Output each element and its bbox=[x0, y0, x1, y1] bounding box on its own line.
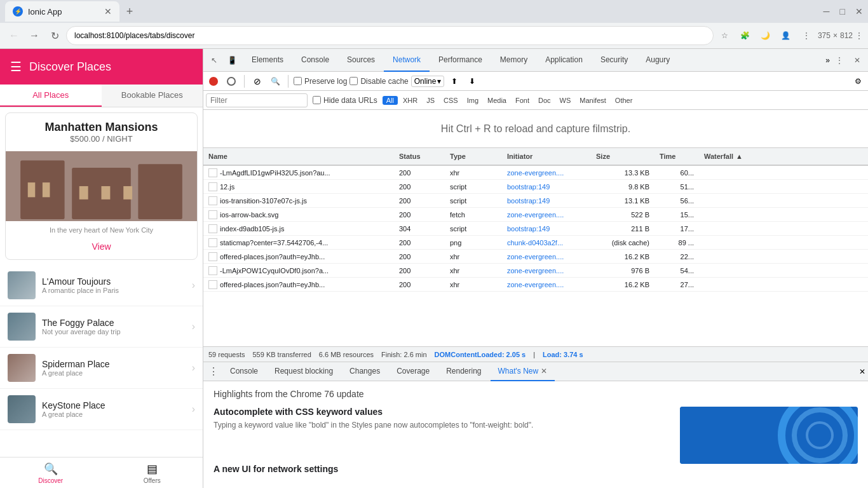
preserve-log-label[interactable]: Preserve log bbox=[294, 77, 347, 86]
filter-btn-js[interactable]: JS bbox=[423, 96, 438, 105]
row-checkbox[interactable] bbox=[208, 252, 217, 261]
forward-button[interactable]: → bbox=[25, 27, 43, 44]
filter-btn-font[interactable]: Font bbox=[512, 96, 533, 105]
col-header-size[interactable]: Size bbox=[591, 152, 654, 160]
table-row[interactable]: ios-transition-3107e07c-js.js 200 script… bbox=[203, 194, 868, 208]
download-icon-btn[interactable]: ⬇ bbox=[465, 74, 480, 89]
tab-whats-new[interactable]: What's New ✕ bbox=[491, 362, 555, 381]
back-button[interactable]: ← bbox=[5, 27, 23, 44]
tab-console-bottom[interactable]: Console bbox=[222, 362, 266, 381]
hamburger-menu[interactable]: ☰ bbox=[10, 59, 22, 74]
hide-data-urls-checkbox[interactable] bbox=[313, 96, 321, 104]
tab-elements[interactable]: Elements bbox=[243, 49, 292, 72]
list-item[interactable]: L'Amour Toujours A romantic place in Par… bbox=[0, 265, 203, 306]
search-icon-btn[interactable]: 🔍 bbox=[268, 74, 283, 89]
tab-close-btn[interactable]: ✕ bbox=[104, 6, 112, 17]
bottom-panel-close-btn[interactable]: ✕ bbox=[859, 367, 865, 376]
more-tabs-btn[interactable]: » bbox=[825, 56, 830, 65]
table-row[interactable]: -LmAjxPOW1CyquIOvDf0.json?a... 200 xhr z… bbox=[203, 264, 868, 278]
filter-btn-manifest[interactable]: Manifest bbox=[576, 96, 610, 105]
close-whats-new-tab[interactable]: ✕ bbox=[541, 367, 547, 376]
cursor-icon[interactable]: ↖ bbox=[206, 52, 222, 69]
active-tab[interactable]: ⚡ Ionic App ✕ bbox=[5, 1, 119, 22]
row-checkbox[interactable] bbox=[208, 168, 217, 177]
profile-icon[interactable]: 👤 bbox=[777, 27, 795, 44]
hide-data-urls-label[interactable]: Hide data URLs bbox=[313, 96, 377, 105]
disable-cache-label[interactable]: Disable cache bbox=[349, 77, 408, 86]
tab-console[interactable]: Console bbox=[292, 49, 338, 72]
new-tab-button[interactable]: + bbox=[122, 4, 137, 19]
filter-btn-ws[interactable]: WS bbox=[556, 96, 575, 105]
tab-rendering[interactable]: Rendering bbox=[438, 362, 489, 381]
row-checkbox[interactable] bbox=[208, 280, 217, 289]
filter-btn-img[interactable]: Img bbox=[463, 96, 482, 105]
col-header-status[interactable]: Status bbox=[394, 152, 445, 160]
tab-request-blocking[interactable]: Request blocking bbox=[267, 362, 341, 381]
preserve-log-checkbox[interactable] bbox=[294, 77, 302, 85]
menu-icon[interactable]: ⋮ bbox=[797, 27, 815, 44]
filter-icon-btn[interactable]: ⊘ bbox=[250, 74, 265, 89]
extensions-icon[interactable]: 🧩 bbox=[736, 27, 754, 44]
list-item[interactable]: KeyStone Place A great place › bbox=[0, 389, 203, 430]
reload-button[interactable]: ↻ bbox=[46, 27, 64, 44]
col-header-initiator[interactable]: Initiator bbox=[502, 152, 591, 160]
row-checkbox[interactable] bbox=[208, 224, 217, 233]
list-item[interactable]: The Foggy Palace Not your average day tr… bbox=[0, 306, 203, 348]
tab-memory[interactable]: Memory bbox=[491, 49, 536, 72]
filter-input[interactable] bbox=[206, 93, 308, 107]
night-mode-icon[interactable]: 🌙 bbox=[757, 27, 775, 44]
nav-discover[interactable]: 🔍 Discover bbox=[0, 458, 102, 488]
bookmark-icon[interactable]: ☆ bbox=[716, 27, 734, 44]
tab-performance[interactable]: Performance bbox=[430, 49, 491, 72]
row-checkbox[interactable] bbox=[208, 266, 217, 275]
col-header-waterfall[interactable]: Waterfall ▲ bbox=[699, 152, 868, 160]
devtools-close-icon[interactable]: ✕ bbox=[849, 52, 865, 69]
url-bar[interactable]: localhost:8100/places/tabs/discover bbox=[66, 26, 714, 45]
table-row[interactable]: staticmap?center=37.5442706,-4... 200 pn… bbox=[203, 236, 868, 250]
col-header-type[interactable]: Type bbox=[445, 152, 502, 160]
filter-btn-all[interactable]: All bbox=[383, 96, 398, 105]
filter-btn-css[interactable]: CSS bbox=[440, 96, 462, 105]
tab-sources[interactable]: Sources bbox=[338, 49, 384, 72]
disable-cache-checkbox[interactable] bbox=[349, 77, 358, 85]
record-button[interactable] bbox=[206, 74, 221, 89]
tab-all-places[interactable]: All Places bbox=[0, 85, 102, 107]
table-row[interactable]: offered-places.json?auth=eyJhb... 200 xh… bbox=[203, 250, 868, 264]
table-row[interactable]: ios-arrow-back.svg 200 fetch zone-evergr… bbox=[203, 208, 868, 222]
row-checkbox[interactable] bbox=[208, 210, 217, 219]
filter-btn-media[interactable]: Media bbox=[484, 96, 510, 105]
row-checkbox[interactable] bbox=[208, 182, 217, 191]
tab-network[interactable]: Network bbox=[384, 49, 430, 72]
table-row[interactable]: offered-places.json?auth=eyJhb... 200 xh… bbox=[203, 278, 868, 292]
view-button[interactable]: View bbox=[92, 241, 111, 252]
filter-btn-other[interactable]: Other bbox=[611, 96, 637, 105]
col-header-time[interactable]: Time bbox=[654, 152, 699, 160]
upload-icon-btn[interactable]: ⬆ bbox=[447, 74, 462, 89]
maximize-button[interactable]: □ bbox=[840, 6, 845, 17]
col-header-name[interactable]: Name bbox=[203, 152, 394, 160]
list-item[interactable]: Spiderman Place A great place › bbox=[0, 348, 203, 389]
close-button[interactable]: ✕ bbox=[855, 6, 863, 17]
device-icon[interactable]: 📱 bbox=[224, 52, 240, 69]
bottom-more-icon[interactable]: ⋮ bbox=[206, 364, 221, 379]
filter-btn-doc[interactable]: Doc bbox=[534, 96, 555, 105]
tab-bookable-places[interactable]: Bookable Places bbox=[102, 85, 203, 107]
table-row[interactable]: index-d9adb105-js.js 304 script bootstra… bbox=[203, 222, 868, 236]
tab-changes[interactable]: Changes bbox=[342, 362, 388, 381]
network-settings-btn[interactable]: ⚙ bbox=[850, 74, 865, 89]
row-checkbox[interactable] bbox=[208, 196, 217, 205]
nav-offers[interactable]: ▤ Offers bbox=[102, 458, 203, 488]
tab-security[interactable]: Security bbox=[592, 49, 637, 72]
tab-application[interactable]: Application bbox=[536, 49, 592, 72]
row-checkbox[interactable] bbox=[208, 238, 217, 247]
table-row[interactable]: 12.js 200 script bootstrap:149 9.8 KB 51… bbox=[203, 180, 868, 194]
tab-augury[interactable]: Augury bbox=[637, 49, 679, 72]
tab-coverage[interactable]: Coverage bbox=[389, 362, 437, 381]
network-throttle-select[interactable]: Online ▾ bbox=[411, 76, 445, 87]
devtools-settings-icon[interactable]: ⋮ bbox=[831, 52, 848, 69]
minimize-button[interactable]: ─ bbox=[824, 6, 830, 17]
filter-btn-xhr[interactable]: XHR bbox=[399, 96, 421, 105]
clear-button[interactable] bbox=[224, 74, 239, 89]
coords-menu[interactable]: ⋮ bbox=[855, 31, 863, 40]
table-row[interactable]: -LmAgdfLID1gwPiH32U5.json?au... 200 xhr … bbox=[203, 166, 868, 180]
